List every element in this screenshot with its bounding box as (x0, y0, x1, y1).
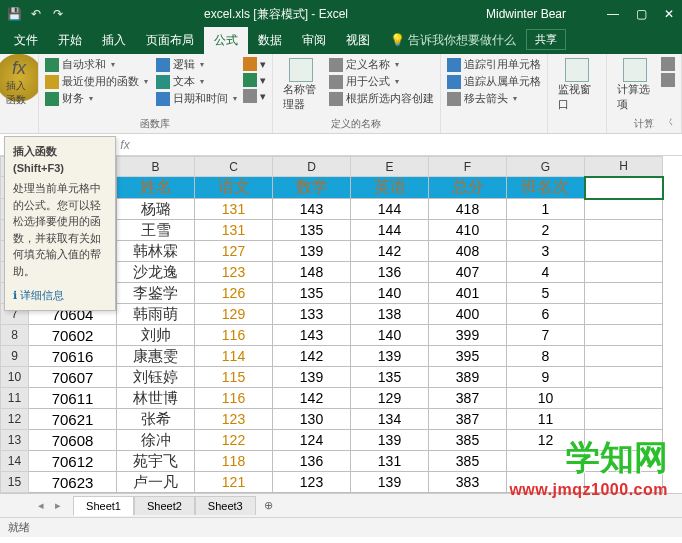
cell[interactable]: 131 (195, 220, 273, 241)
sheet-tab[interactable]: Sheet3 (195, 496, 256, 515)
more-functions-icon[interactable]: ▾ (243, 88, 266, 104)
table-header-cell[interactable]: 英语 (351, 177, 429, 199)
cell[interactable]: 卢一凡 (117, 472, 195, 493)
cell[interactable]: 129 (351, 388, 429, 409)
cell[interactable]: 7 (507, 325, 585, 346)
cell[interactable]: 70611 (29, 388, 117, 409)
calc-now-icon[interactable] (661, 56, 675, 72)
cell[interactable]: 8 (507, 346, 585, 367)
maximize-icon[interactable]: ▢ (634, 7, 648, 21)
cell[interactable]: 122 (195, 430, 273, 451)
cell[interactable]: 140 (351, 283, 429, 304)
tab-home[interactable]: 开始 (48, 27, 92, 54)
table-header-cell[interactable]: 班名次 (507, 177, 585, 199)
cell[interactable]: 135 (273, 220, 351, 241)
cell[interactable]: 131 (195, 199, 273, 220)
cell[interactable]: 144 (351, 199, 429, 220)
cell[interactable]: 389 (429, 367, 507, 388)
share-button[interactable]: 共享 (526, 29, 566, 50)
tab-view[interactable]: 视图 (336, 27, 380, 54)
tab-review[interactable]: 审阅 (292, 27, 336, 54)
cell[interactable]: 2 (507, 220, 585, 241)
column-header[interactable]: D (273, 157, 351, 177)
cell[interactable] (585, 241, 663, 262)
cell[interactable]: 杨璐 (117, 199, 195, 220)
row-header[interactable]: 14 (1, 451, 29, 472)
cell[interactable]: 121 (195, 472, 273, 493)
tab-layout[interactable]: 页面布局 (136, 27, 204, 54)
cell[interactable]: 康惠雯 (117, 346, 195, 367)
cell[interactable] (585, 283, 663, 304)
cell[interactable]: 123 (273, 472, 351, 493)
cell[interactable]: 410 (429, 220, 507, 241)
cell[interactable]: 400 (429, 304, 507, 325)
cell[interactable]: 4 (507, 262, 585, 283)
cell[interactable]: 114 (195, 346, 273, 367)
column-header[interactable]: H (585, 157, 663, 177)
cell[interactable]: 70616 (29, 346, 117, 367)
tooltip-more-link[interactable]: 详细信息 (13, 287, 107, 304)
trace-dependents-button[interactable]: 追踪从属单元格 (447, 73, 541, 90)
financial-button[interactable]: 财务 (45, 90, 148, 107)
cell[interactable]: 148 (273, 262, 351, 283)
calc-options-button[interactable]: 计算选项 (613, 56, 657, 115)
cell[interactable]: 383 (429, 472, 507, 493)
recent-functions-button[interactable]: 最近使用的函数 (45, 73, 148, 90)
lookup-icon[interactable]: ▾ (243, 56, 266, 72)
cell[interactable]: 142 (273, 346, 351, 367)
define-name-button[interactable]: 定义名称 (329, 56, 434, 73)
cell[interactable]: 139 (273, 241, 351, 262)
selected-cell[interactable] (585, 177, 663, 199)
close-icon[interactable]: ✕ (662, 7, 676, 21)
cell[interactable]: 127 (195, 241, 273, 262)
cell[interactable]: 林世博 (117, 388, 195, 409)
cell[interactable]: 123 (195, 409, 273, 430)
cell[interactable]: 385 (429, 430, 507, 451)
cell[interactable]: 116 (195, 325, 273, 346)
cell[interactable]: 70612 (29, 451, 117, 472)
cell[interactable]: 徐冲 (117, 430, 195, 451)
cell[interactable]: 385 (429, 451, 507, 472)
cell[interactable]: 刘帅 (117, 325, 195, 346)
cell[interactable]: 3 (507, 241, 585, 262)
cell[interactable]: 李鉴学 (117, 283, 195, 304)
cell[interactable] (585, 388, 663, 409)
cell[interactable]: 142 (273, 388, 351, 409)
cell[interactable]: 130 (273, 409, 351, 430)
cell[interactable] (585, 220, 663, 241)
cell[interactable]: 张希 (117, 409, 195, 430)
redo-icon[interactable]: ↷ (50, 6, 66, 22)
cell[interactable] (585, 367, 663, 388)
cell[interactable]: 116 (195, 388, 273, 409)
cell[interactable]: 苑宇飞 (117, 451, 195, 472)
watch-window-button[interactable]: 监视窗口 (554, 56, 600, 114)
cell[interactable]: 139 (273, 367, 351, 388)
cell[interactable] (585, 304, 663, 325)
cell[interactable]: 138 (351, 304, 429, 325)
cell[interactable]: 70608 (29, 430, 117, 451)
sheet-nav-icons[interactable]: ◂ ▸ (30, 499, 73, 512)
cell[interactable]: 136 (351, 262, 429, 283)
cell[interactable]: 115 (195, 367, 273, 388)
cell[interactable]: 70623 (29, 472, 117, 493)
cell[interactable]: 刘钰婷 (117, 367, 195, 388)
column-header[interactable]: E (351, 157, 429, 177)
cell[interactable]: 134 (351, 409, 429, 430)
column-header[interactable]: C (195, 157, 273, 177)
row-header[interactable]: 8 (1, 325, 29, 346)
use-in-formula-button[interactable]: 用于公式 (329, 73, 434, 90)
cell[interactable]: 143 (273, 325, 351, 346)
row-header[interactable]: 11 (1, 388, 29, 409)
cell[interactable]: 142 (351, 241, 429, 262)
trace-precedents-button[interactable]: 追踪引用单元格 (447, 56, 541, 73)
cell[interactable]: 401 (429, 283, 507, 304)
row-header[interactable]: 12 (1, 409, 29, 430)
name-manager-button[interactable]: 名称管理器 (279, 56, 323, 115)
cell[interactable]: 136 (273, 451, 351, 472)
cell[interactable]: 399 (429, 325, 507, 346)
minimize-icon[interactable]: — (606, 7, 620, 21)
tell-me-input[interactable]: 告诉我你想要做什么 (380, 27, 526, 54)
row-header[interactable]: 13 (1, 430, 29, 451)
row-header[interactable]: 15 (1, 472, 29, 493)
cell[interactable]: 129 (195, 304, 273, 325)
